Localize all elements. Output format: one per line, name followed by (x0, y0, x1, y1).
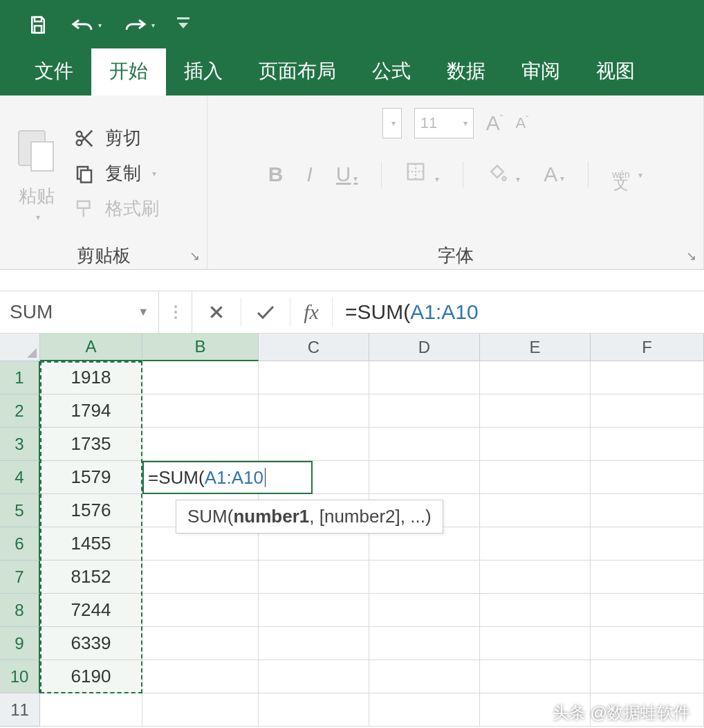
cell-a4[interactable]: 1579 (40, 461, 142, 494)
chevron-down-icon[interactable]: ▾ (151, 21, 155, 29)
chevron-down-icon[interactable]: ▾ (353, 174, 358, 183)
redo-icon[interactable]: ▾ (124, 16, 155, 34)
qat-customize-icon[interactable] (177, 17, 189, 33)
cell-a11[interactable] (40, 693, 142, 727)
cell[interactable] (480, 494, 591, 527)
tab-home[interactable]: 开始 (91, 48, 166, 95)
cell-a8[interactable]: 7244 (40, 594, 142, 627)
cell[interactable] (369, 361, 480, 394)
tab-view[interactable]: 视图 (578, 48, 653, 95)
col-header-a[interactable]: A (40, 334, 142, 361)
borders-button[interactable]: ▾ (405, 161, 438, 187)
cell[interactable] (259, 428, 369, 461)
cell[interactable] (142, 627, 259, 660)
chevron-down-icon[interactable]: ▾ (560, 174, 564, 183)
cell-a3[interactable]: 1735 (40, 428, 142, 461)
col-header-b[interactable]: B (142, 334, 259, 361)
tab-insert[interactable]: 插入 (166, 48, 241, 95)
cell-a6[interactable]: 1455 (40, 527, 142, 561)
dialog-launcher-icon[interactable]: ↘ (189, 248, 200, 264)
tab-data[interactable]: 数据 (429, 48, 503, 95)
font-name-select[interactable]: ▾ (382, 108, 402, 138)
save-icon[interactable] (28, 15, 48, 35)
dialog-launcher-icon[interactable]: ↘ (686, 248, 696, 264)
cell[interactable] (259, 361, 369, 394)
cell[interactable] (591, 428, 704, 461)
insert-function-button[interactable]: fx (290, 300, 332, 324)
fill-color-button[interactable]: ▾ (487, 161, 520, 187)
cell[interactable] (369, 660, 480, 693)
cell-a2[interactable]: 1794 (40, 394, 142, 428)
enter-button[interactable] (241, 291, 290, 333)
row-header[interactable]: 8 (0, 594, 40, 627)
chevron-down-icon[interactable]: ▾ (638, 170, 642, 180)
tab-layout[interactable]: 页面布局 (241, 48, 354, 95)
row-header[interactable]: 4 (0, 461, 40, 494)
chevron-down-icon[interactable]: ▾ (435, 174, 439, 184)
cell[interactable] (591, 594, 704, 627)
cell[interactable] (480, 627, 591, 660)
phonetic-guide-button[interactable]: wén文 ▾ (612, 159, 642, 189)
undo-icon[interactable]: ▾ (71, 16, 102, 34)
name-box[interactable]: SUM ▼ (0, 291, 159, 333)
cell[interactable] (259, 693, 369, 727)
cell[interactable] (259, 594, 369, 627)
cell[interactable] (142, 561, 259, 594)
cell[interactable] (369, 461, 480, 494)
row-header[interactable]: 2 (0, 394, 40, 428)
cell[interactable] (591, 494, 704, 527)
spreadsheet-grid[interactable]: A B C D E F 1 2 3 4 5 6 7 8 9 10 11 1918… (0, 334, 704, 728)
col-header-d[interactable]: D (369, 334, 480, 361)
col-header-c[interactable]: C (259, 334, 369, 361)
cell[interactable] (369, 428, 480, 461)
cell[interactable] (480, 394, 591, 428)
cell[interactable] (369, 394, 480, 428)
cut-button[interactable]: 剪切 (72, 126, 159, 150)
font-color-button[interactable]: A▾ (544, 163, 564, 186)
chevron-down-icon[interactable]: ▾ (36, 212, 40, 222)
cell[interactable] (142, 428, 259, 461)
cell[interactable] (369, 594, 480, 627)
active-cell-b4[interactable]: =SUM(A1:A10 (142, 461, 313, 494)
cell[interactable] (142, 594, 259, 627)
cells[interactable]: 1918 1794 1735 1579 1576 1455 8152 7244 … (40, 361, 704, 728)
cell[interactable] (480, 660, 591, 693)
row-header[interactable]: 11 (0, 693, 40, 727)
font-size-select[interactable]: 11 ▾ (414, 108, 474, 138)
cell[interactable] (591, 660, 704, 693)
format-painter-button[interactable]: 格式刷 (72, 197, 159, 221)
tab-file[interactable]: 文件 (17, 48, 91, 95)
chevron-down-icon[interactable]: ▼ (138, 306, 149, 318)
cell-a9[interactable]: 6339 (40, 627, 142, 660)
increase-font-icon[interactable]: Aˆ (486, 111, 503, 135)
formula-input[interactable]: =SUM(A1:A10 (333, 300, 704, 324)
row-header[interactable]: 1 (0, 361, 40, 394)
cell[interactable] (369, 561, 480, 594)
cell[interactable] (369, 693, 480, 727)
cell[interactable] (480, 361, 591, 394)
row-header[interactable]: 9 (0, 627, 40, 660)
cell-a5[interactable]: 1576 (40, 494, 142, 527)
cell-a1[interactable]: 1918 (40, 361, 142, 394)
row-header[interactable]: 3 (0, 428, 40, 461)
cell[interactable] (259, 660, 369, 693)
name-box-resize[interactable] (159, 291, 192, 333)
row-header[interactable]: 5 (0, 494, 40, 527)
cell[interactable] (591, 627, 704, 660)
cell[interactable] (369, 627, 480, 660)
col-header-f[interactable]: F (591, 334, 704, 361)
select-all-button[interactable] (0, 334, 40, 361)
cell[interactable] (480, 594, 591, 627)
tab-review[interactable]: 审阅 (503, 48, 578, 95)
chevron-down-icon[interactable]: ▾ (152, 169, 156, 179)
cell-a10[interactable]: 6190 (40, 660, 142, 693)
chevron-down-icon[interactable]: ▾ (98, 21, 102, 29)
underline-button[interactable]: U▾ (336, 163, 358, 186)
chevron-down-icon[interactable]: ▾ (516, 174, 520, 184)
cell[interactable] (591, 361, 704, 394)
cell[interactable] (480, 527, 591, 561)
cell[interactable] (480, 561, 591, 594)
bold-button[interactable]: B (268, 163, 284, 186)
row-header[interactable]: 6 (0, 527, 40, 561)
cell-a7[interactable]: 8152 (40, 561, 142, 594)
